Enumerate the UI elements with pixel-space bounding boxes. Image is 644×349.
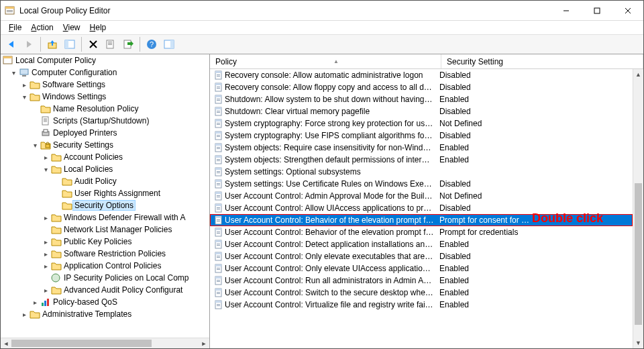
expand-icon[interactable]: ▾ [30,142,40,149]
title-bar[interactable]: Local Group Policy Editor [1,1,643,21]
export-list-button[interactable] [120,36,136,52]
policy-row[interactable]: Recovery console: Allow floppy copy and … [210,81,633,93]
policy-row[interactable]: System settings: Use Certificate Rules o… [210,178,633,190]
menu-file[interactable]: File [5,21,25,34]
menu-view[interactable]: View [59,21,85,34]
policy-row[interactable]: User Account Control: Run all administra… [210,275,633,287]
policy-item-icon [213,276,225,285]
policy-row[interactable]: User Account Control: Allow UIAccess app… [210,202,633,214]
up-one-level-button[interactable] [44,36,60,52]
policy-row[interactable]: Shutdown: Clear virtual memory pagefileD… [210,105,633,117]
minimize-button[interactable] [551,1,582,21]
svg-rect-61 [217,148,220,149]
policy-row[interactable]: User Account Control: Behavior of the el… [210,226,633,238]
scroll-track[interactable] [11,338,199,348]
tree-deployed-printers[interactable]: Deployed Printers [1,127,209,139]
policy-row[interactable]: User Account Control: Behavior of the el… [210,214,633,226]
policy-row[interactable]: Shutdown: Allow system to be shut down w… [210,93,633,105]
svg-rect-56 [217,135,220,136]
console-tree[interactable]: Local Computer Policy ▾ Computer Configu… [1,54,209,320]
svg-rect-69 [217,172,220,173]
policy-row[interactable]: User Account Control: Detect application… [210,238,633,250]
policy-row[interactable]: User Account Control: Only elevate execu… [210,250,633,262]
expand-icon[interactable]: ▾ [19,93,29,101]
maximize-button[interactable] [582,1,612,21]
expand-icon[interactable]: ▸ [41,262,50,270]
svg-text:?: ? [150,40,154,48]
tree-local-policies[interactable]: ▾Local Policies [1,163,209,175]
tree-computer-configuration[interactable]: ▾ Computer Configuration [1,66,209,79]
delete-button[interactable] [85,36,101,52]
scroll-up-arrow[interactable]: ▲ [633,69,643,80]
scroll-left-arrow[interactable]: ◄ [1,338,11,348]
expand-icon[interactable]: ▾ [9,69,18,77]
scroll-right-arrow[interactable]: ► [199,338,209,348]
expand-icon[interactable]: ▾ [41,166,50,173]
scroll-down-arrow[interactable]: ▼ [633,338,643,348]
policy-row[interactable]: System cryptography: Force strong key pr… [210,117,633,130]
tree-scripts[interactable]: Scripts (Startup/Shutdown) [1,115,209,127]
policy-row[interactable]: User Account Control: Switch to the secu… [210,287,633,299]
policy-row[interactable]: User Account Control: Only elevate UIAcc… [210,262,633,275]
policy-row[interactable]: User Account Control: Virtualize file an… [210,299,633,311]
show-action-pane-button[interactable] [161,36,177,52]
scroll-thumb[interactable] [635,183,642,325]
tree-windows-settings[interactable]: ▾Windows Settings [1,91,209,103]
svg-rect-104 [217,280,220,281]
expand-icon[interactable]: ▸ [19,81,29,89]
forward-button[interactable] [21,36,37,52]
expand-icon[interactable]: ▸ [41,250,50,258]
policy-row[interactable]: System objects: Require case insensitivi… [210,142,633,154]
policy-item-icon [213,95,225,104]
list-vertical-scrollbar[interactable]: ▲ ▼ [633,69,643,348]
tree-user-rights-assignment[interactable]: User Rights Assignment [1,187,209,199]
tree-security-options[interactable]: Security Options [1,199,209,211]
tree-horizontal-scrollbar[interactable]: ◄ ► [1,338,209,348]
policy-row[interactable]: System objects: Strengthen default permi… [210,154,633,166]
tree-network-list-manager[interactable]: Network List Manager Policies [1,223,209,236]
back-button[interactable] [3,36,19,52]
expand-icon[interactable]: ▸ [41,287,50,294]
app-icon [5,5,15,16]
policy-name: System objects: Strengthen default permi… [225,155,439,164]
menu-help[interactable]: Help [86,21,111,34]
tree-ip-security-policies[interactable]: IP Security Policies on Local Comp [1,272,209,284]
help-button[interactable]: ? [144,36,160,52]
properties-button[interactable] [103,36,119,52]
tree-software-restriction-policies[interactable]: ▸Software Restriction Policies [1,248,209,260]
policy-name: User Account Control: Detect application… [225,240,439,249]
expand-icon[interactable]: ▸ [41,214,50,221]
tree-policy-based-qos[interactable]: ▸Policy-based QoS [1,296,209,308]
tree-name-resolution-policy[interactable]: Name Resolution Policy [1,103,209,115]
expand-icon[interactable]: ▸ [41,154,50,161]
security-setting-value: Disabled [439,70,633,80]
scroll-thumb[interactable] [11,340,152,347]
tree-audit-policy[interactable]: Audit Policy [1,175,209,187]
policy-row[interactable]: User Account Control: Admin Approval Mod… [210,190,633,202]
expand-icon[interactable]: ▸ [30,299,40,306]
close-button[interactable] [612,1,643,21]
tree-root[interactable]: Local Computer Policy [1,54,209,66]
svg-rect-60 [217,147,220,148]
menu-action[interactable]: Action [27,21,57,34]
policy-name: User Account Control: Behavior of the el… [225,215,439,225]
tree-advanced-audit-policy[interactable]: ▸Advanced Audit Policy Configurat [1,284,209,296]
expand-icon[interactable]: ▸ [19,311,29,318]
expand-icon[interactable]: ▸ [41,238,50,246]
tree-software-settings[interactable]: ▸Software Settings [1,79,209,91]
scroll-track[interactable] [633,80,643,338]
tree-windows-defender-firewall[interactable]: ▸Windows Defender Firewall with A [1,211,209,223]
policy-row[interactable]: System cryptography: Use FIPS compliant … [210,130,633,142]
show-hide-tree-button[interactable] [62,36,78,52]
policy-row[interactable]: Recovery console: Allow automatic admini… [210,69,633,81]
tree-administrative-templates[interactable]: ▸Administrative Templates [1,308,209,320]
tree-application-control-policies[interactable]: ▸Application Control Policies [1,260,209,272]
policy-name: System objects: Require case insensitivi… [225,143,439,152]
tree-public-key-policies[interactable]: ▸Public Key Policies [1,236,209,248]
policy-row[interactable]: System settings: Optional subsystems [210,166,633,178]
column-header-policy[interactable]: Policy ▲ [210,54,441,68]
tree-account-policies[interactable]: ▸Account Policies [1,151,209,163]
tree-security-settings[interactable]: ▾Security Settings [1,139,209,151]
column-header-security-setting[interactable]: Security Setting [441,54,643,68]
security-setting-value: Enabled [439,143,633,152]
